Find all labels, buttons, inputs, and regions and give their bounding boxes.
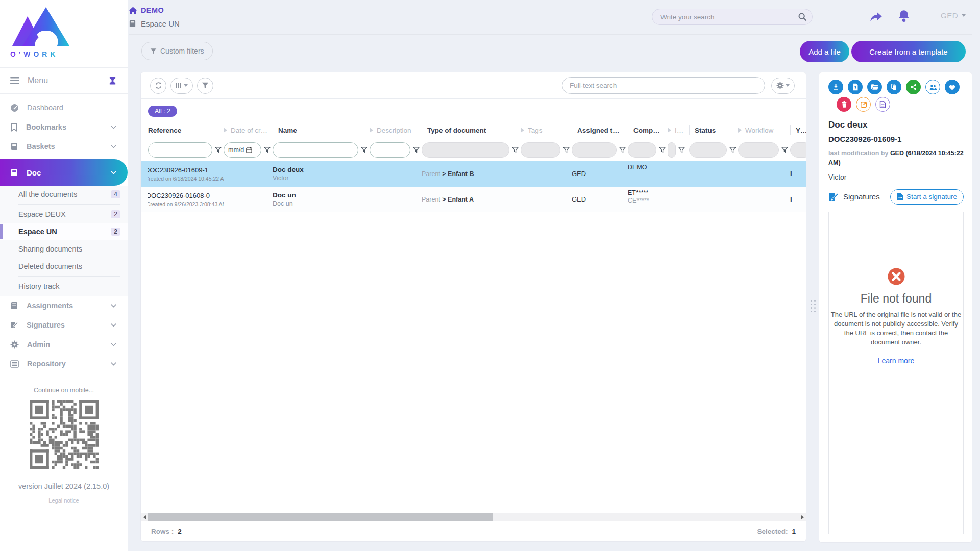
table-footer: Rows : 2 Selected: 1 xyxy=(141,521,806,541)
list-settings-button[interactable] xyxy=(771,78,795,94)
custom-filters-button[interactable]: Custom filters xyxy=(141,42,213,60)
filter-icon[interactable] xyxy=(659,147,666,154)
sidebar-item-signatures[interactable]: Signatures xyxy=(0,315,128,335)
upload-version-button[interactable] xyxy=(848,80,863,94)
table-row[interactable]: w DOC230926-01609-1 Created on 6/18/2024… xyxy=(141,161,806,187)
all-count-badge[interactable]: All : 2 xyxy=(148,106,177,117)
sidebar-item-espace-un[interactable]: Espace UN 2 xyxy=(0,223,128,240)
columns-button[interactable] xyxy=(170,78,193,94)
breadcrumb-space-label: Espace UN xyxy=(141,19,180,28)
column-header-tags[interactable]: Tags xyxy=(521,121,572,139)
filter-icon[interactable] xyxy=(413,147,420,154)
user-menu[interactable]: GED xyxy=(941,11,966,20)
column-header-reference[interactable]: Reference xyxy=(148,121,224,139)
legal-notice-link[interactable]: Legal notice xyxy=(48,497,79,504)
create-from-template-button[interactable]: Create from a template xyxy=(851,41,966,62)
open-folder-button[interactable] xyxy=(867,80,882,94)
doc-submenu: All the documents 4 Espace DEUX 2 Espace… xyxy=(0,186,128,296)
scrollbar-thumb[interactable] xyxy=(148,513,493,521)
panel-resize-handle[interactable] xyxy=(811,300,816,312)
scroll-left-button[interactable] xyxy=(141,513,148,521)
sidebar-item-admin[interactable]: Admin xyxy=(0,335,128,354)
global-search-input[interactable] xyxy=(660,13,798,21)
global-search[interactable] xyxy=(652,9,813,25)
filter-type-input xyxy=(422,142,509,158)
menu-toggle[interactable]: Menu xyxy=(0,68,128,94)
scroll-right-button[interactable] xyxy=(799,513,806,521)
chevron-down-icon xyxy=(111,126,116,129)
filter-icon[interactable] xyxy=(729,147,736,154)
error-circle-icon xyxy=(887,267,905,286)
sidebar-item-espace-deux[interactable]: Espace DEUX 2 xyxy=(0,206,128,223)
filter-date-input[interactable]: mm/d xyxy=(224,142,261,158)
divider xyxy=(790,125,791,135)
filter-icon[interactable] xyxy=(563,147,570,154)
filter-icon[interactable] xyxy=(361,147,368,154)
row-name-sub: Doc un xyxy=(273,200,366,207)
filter-button[interactable] xyxy=(197,78,213,94)
sidebar-item-bookmarks[interactable]: Bookmarks xyxy=(0,117,128,137)
copy-button[interactable] xyxy=(887,80,901,94)
delete-button[interactable] xyxy=(837,97,851,112)
column-header-date[interactable]: Date of cr… xyxy=(224,121,273,139)
permissions-button[interactable] xyxy=(925,80,940,94)
column-header-company[interactable]: Comp… xyxy=(628,121,668,139)
fulltext-search-input[interactable] xyxy=(562,77,765,94)
search-icon[interactable] xyxy=(798,12,807,21)
column-header-i[interactable]: I… xyxy=(668,121,689,139)
filter-icon[interactable] xyxy=(678,147,685,154)
table-row[interactable]: DOC230926-01608-0 Created on 9/26/2023 3… xyxy=(141,187,806,212)
filter-icon[interactable] xyxy=(215,147,222,154)
document-properties-button[interactable] xyxy=(875,97,890,112)
sidebar-item-all-documents[interactable]: All the documents 4 xyxy=(0,186,128,203)
row-status-cell xyxy=(689,161,738,186)
add-file-button[interactable]: Add a file xyxy=(800,41,849,62)
sidebar-item-baskets[interactable]: Baskets xyxy=(0,137,128,156)
filter-icon[interactable] xyxy=(619,147,626,154)
share-button[interactable] xyxy=(906,80,921,94)
notifications-button[interactable] xyxy=(897,9,911,23)
learn-more-link[interactable]: Learn more xyxy=(878,357,915,365)
filter-icon[interactable] xyxy=(781,147,788,154)
column-header-type[interactable]: Type of document xyxy=(422,121,521,139)
filter-reference-input[interactable] xyxy=(148,142,212,158)
refresh-button[interactable] xyxy=(150,78,166,94)
column-header-description[interactable]: Description xyxy=(370,121,422,139)
row-reference: DOC230926-01608-0 xyxy=(148,192,224,199)
breadcrumb[interactable]: DEMO xyxy=(129,6,164,14)
sidebar-item-deleted-documents[interactable]: Deleted documents xyxy=(0,258,128,275)
filter-icon[interactable] xyxy=(512,147,519,154)
column-header-name[interactable]: Name xyxy=(273,121,370,139)
breadcrumb-space[interactable]: Espace UN xyxy=(129,19,180,28)
pin-sidebar-icon[interactable] xyxy=(109,77,116,85)
open-external-button[interactable] xyxy=(856,97,871,112)
horizontal-scrollbar[interactable] xyxy=(141,513,806,521)
app-logo[interactable]: O'WORK xyxy=(0,0,128,68)
column-header-status[interactable]: Status xyxy=(689,121,738,139)
column-header-workflow[interactable]: Workflow xyxy=(738,121,790,139)
sidebar-item-doc[interactable]: Doc xyxy=(0,159,128,186)
filter-icon[interactable] xyxy=(264,147,271,154)
column-header-assigned[interactable]: Assigned t… xyxy=(572,121,628,139)
scrollbar-track[interactable] xyxy=(148,513,799,521)
sidebar-item-assignments[interactable]: Assignments xyxy=(0,296,128,315)
sidebar-item-history-track[interactable]: History track xyxy=(0,278,128,295)
favorite-button[interactable] xyxy=(945,80,960,94)
divider xyxy=(689,125,690,135)
download-button[interactable] xyxy=(828,80,843,94)
sidebar-item-repository[interactable]: Repository xyxy=(0,354,128,373)
subitem-label: History track xyxy=(18,282,120,290)
filter-description-input[interactable] xyxy=(370,142,410,158)
filter-i-input xyxy=(668,142,676,158)
header-divider xyxy=(129,34,972,35)
sidebar-item-dashboard[interactable]: Dashboard xyxy=(0,98,128,117)
row-date-cell xyxy=(224,161,273,186)
share-button[interactable] xyxy=(869,10,883,23)
start-signature-button[interactable]: Start a signature xyxy=(890,189,964,205)
sidebar-item-sharing-documents[interactable]: Sharing documents xyxy=(0,240,128,258)
list-icon xyxy=(10,360,19,368)
filter-status-input xyxy=(689,142,727,158)
column-header-y[interactable]: Y… xyxy=(790,121,806,139)
row-date-cell xyxy=(224,187,273,212)
filter-name-input[interactable] xyxy=(273,142,358,158)
